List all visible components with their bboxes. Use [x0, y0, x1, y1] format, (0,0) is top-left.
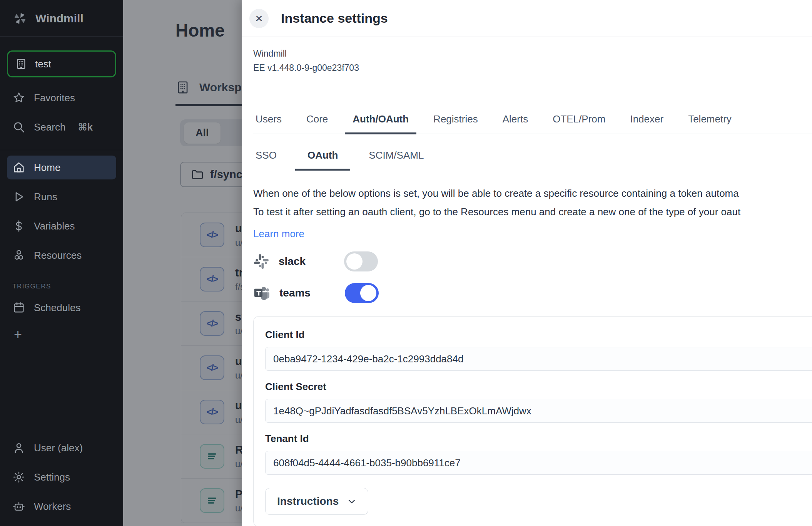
- gear-icon: [12, 471, 25, 484]
- toggle-knob: [346, 253, 363, 270]
- dollar-icon: [12, 219, 25, 233]
- sidebar-item-label: Settings: [34, 471, 70, 483]
- tab-indexer[interactable]: Indexer: [628, 113, 666, 134]
- screen: Windmill test: [0, 0, 812, 526]
- search-shortcut: ⌘k: [78, 121, 93, 133]
- instructions-label: Instructions: [277, 495, 339, 508]
- user-icon: [12, 441, 25, 454]
- sidebar-item-label: Search: [34, 121, 65, 133]
- provider-name: teams: [279, 287, 345, 299]
- instance-settings-drawer: × Instance settings Windmill EE v1.448.0…: [242, 0, 812, 526]
- app-name: Windmill: [253, 49, 812, 59]
- close-icon[interactable]: ×: [249, 9, 269, 28]
- sidebar-item-label: Home: [34, 162, 60, 174]
- learn-more-link[interactable]: Learn more: [253, 228, 304, 240]
- sidebar-item-label: Runs: [34, 191, 57, 203]
- sidebar: Windmill test: [0, 0, 123, 526]
- teams-toggle[interactable]: [345, 283, 379, 303]
- slack-toggle[interactable]: [344, 251, 378, 271]
- subtab-scim-saml[interactable]: SCIM/SAML: [366, 149, 426, 170]
- teams-oauth-form: Client Id Client Secret Tenant Id Instru…: [253, 316, 812, 526]
- triggers-section-label: TRIGGERS: [12, 283, 123, 290]
- sidebar-item-variables[interactable]: Variables: [7, 214, 116, 238]
- sidebar-item-label: User (alex): [34, 442, 83, 454]
- workspace-selector[interactable]: test: [7, 50, 116, 77]
- sidebar-item-home[interactable]: Home: [7, 156, 116, 179]
- client-secret-label: Client Secret: [265, 381, 812, 393]
- subtab-sso[interactable]: SSO: [253, 149, 279, 170]
- sidebar-item-label: Variables: [34, 220, 75, 232]
- sidebar-item-label: Workers: [34, 501, 71, 513]
- cubes-icon: [12, 249, 25, 262]
- tab-auth-oauth[interactable]: Auth/OAuth: [350, 113, 411, 134]
- modal-overlay[interactable]: [123, 0, 242, 526]
- toggle-knob: [360, 285, 376, 301]
- instructions-button[interactable]: Instructions: [265, 488, 368, 515]
- tenant-id-label: Tenant Id: [265, 433, 812, 445]
- sidebar-item-resources[interactable]: Resources: [7, 243, 116, 267]
- chevron-down-icon: [347, 497, 356, 506]
- provider-row-slack: slack: [253, 251, 812, 271]
- sidebar-item-user[interactable]: User (alex): [7, 436, 116, 460]
- provider-name: slack: [279, 255, 344, 268]
- subtab-oauth[interactable]: OAuth: [305, 149, 340, 170]
- sidebar-item-schedules[interactable]: Schedules: [7, 296, 116, 320]
- drawer-header: × Instance settings: [242, 0, 812, 37]
- sidebar-item-label: Resources: [34, 250, 82, 261]
- settings-tabs: Users Core Auth/OAuth Registries Alerts …: [253, 113, 812, 134]
- robot-icon: [12, 500, 25, 513]
- tab-core[interactable]: Core: [304, 113, 330, 134]
- search-icon: [12, 121, 25, 134]
- app-version: EE v1.448.0-9-g00e23f703: [253, 63, 812, 73]
- sidebar-item-label: Schedules: [34, 302, 80, 314]
- auth-subtabs: SSO OAuth SCIM/SAML: [253, 149, 812, 170]
- brand-label: Windmill: [35, 12, 84, 25]
- sidebar-item-settings[interactable]: Settings: [7, 465, 116, 489]
- sidebar-bottom: User (alex) Settings: [0, 431, 123, 518]
- tab-telemetry[interactable]: Telemetry: [686, 113, 734, 134]
- add-trigger-button[interactable]: +: [14, 327, 123, 343]
- building-icon: [15, 58, 27, 70]
- star-icon: [12, 91, 25, 104]
- drawer-body: Windmill EE v1.448.0-9-g00e23f703 Users …: [242, 37, 812, 526]
- tab-alerts[interactable]: Alerts: [500, 113, 530, 134]
- tab-registries[interactable]: Registries: [431, 113, 480, 134]
- brand: Windmill: [0, 0, 123, 37]
- calendar-icon: [12, 301, 25, 314]
- drawer-title: Instance settings: [281, 11, 388, 26]
- sidebar-item-label: Favorites: [34, 92, 75, 104]
- client-id-label: Client Id: [265, 329, 812, 341]
- sidebar-item-workers[interactable]: Workers: [7, 494, 116, 518]
- sidebar-item-favorites[interactable]: Favorites: [7, 86, 116, 110]
- sidebar-item-search[interactable]: Search ⌘k: [7, 115, 116, 139]
- home-icon: [12, 161, 25, 174]
- oauth-description: When one of the below options is set, yo…: [253, 184, 812, 221]
- teams-icon: [253, 285, 270, 302]
- play-icon: [12, 190, 25, 203]
- sidebar-item-runs[interactable]: Runs: [7, 185, 116, 209]
- provider-row-teams: teams: [253, 283, 812, 303]
- tab-otel-prom[interactable]: OTEL/Prom: [550, 113, 608, 134]
- tenant-id-input[interactable]: [265, 451, 812, 475]
- description-line-1: When one of the below options is set, yo…: [253, 184, 812, 203]
- tab-users[interactable]: Users: [253, 113, 284, 134]
- slack-icon: [253, 253, 269, 270]
- client-secret-input[interactable]: [265, 399, 812, 423]
- description-line-2: To test it after setting an oauth client…: [253, 203, 812, 221]
- sidebar-divider: [0, 150, 123, 150]
- windmill-logo-icon: [12, 10, 28, 27]
- workspace-name: test: [35, 58, 51, 70]
- client-id-input[interactable]: [265, 347, 812, 371]
